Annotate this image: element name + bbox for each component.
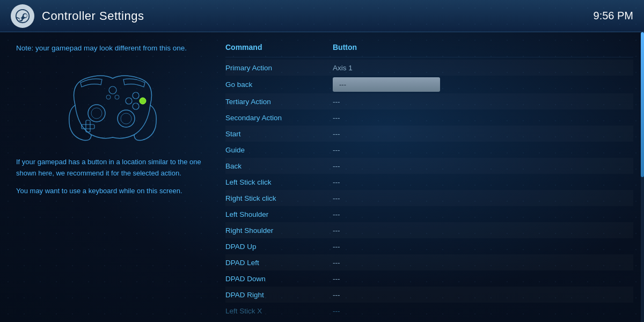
column-header-command: Command [225,43,333,52]
note-text: Note: your gamepad may look different fr… [16,43,209,54]
svg-point-3 [88,105,105,122]
row-command: Left Shoulder [225,210,333,218]
page-title: Controller Settings [42,9,144,23]
table-row[interactable]: DPAD Up --- [225,238,633,254]
row-command: Left Stick click [225,178,333,186]
row-command-go-back: Go back [225,80,333,89]
row-button: --- [333,226,633,235]
svg-point-10 [133,103,139,109]
svg-rect-7 [86,120,90,132]
right-panel: Command Button Primary Action Axis 1 Go … [225,32,644,322]
svg-point-13 [115,95,119,99]
row-command: DPAD Right [225,291,333,299]
svg-point-2 [19,18,21,20]
scrollbar-track[interactable] [641,32,644,322]
svg-point-11 [126,98,132,104]
row-button: --- [333,194,633,202]
svg-point-1 [24,14,27,17]
table-row[interactable]: DPAD Left --- [225,254,633,270]
row-command: Back [225,162,333,170]
table-row[interactable]: Start --- [225,126,633,142]
table-row-go-back[interactable]: Go back [225,76,633,93]
table-row[interactable]: Right Shoulder --- [225,222,633,238]
svg-point-15 [109,86,116,94]
steam-logo-icon [11,4,34,28]
table-row[interactable]: Left Stick click --- [225,174,633,190]
row-button: --- [333,130,633,138]
table-row[interactable]: Right Stick click --- [225,190,633,206]
row-button: --- [333,114,633,122]
svg-point-9 [133,92,139,99]
table-row-dim[interactable]: Left Stick X --- [225,303,633,313]
column-header-button: Button [333,43,633,52]
row-button: --- [333,291,633,299]
row-button: --- [333,98,633,106]
row-button: --- [333,146,633,154]
svg-point-5 [118,110,135,127]
row-command: Right Shoulder [225,226,333,235]
svg-point-4 [91,108,102,119]
info-text-1: If your gamepad has a button in a locati… [16,157,209,179]
row-command: Tertiary Action [225,98,333,106]
row-command: Left Stick X [225,307,333,314]
main-content: Note: your gamepad may look different fr… [0,32,644,322]
row-button: --- [333,162,633,170]
row-button: Axis 1 [333,64,633,72]
row-command: Primary Action [225,64,333,72]
table-row[interactable]: Secondary Action --- [225,109,633,126]
table-row[interactable]: DPAD Down --- [225,270,633,287]
row-command: DPAD Up [225,243,333,251]
table-row[interactable]: Guide --- [225,142,633,158]
go-back-input[interactable] [333,77,440,92]
row-command: Start [225,130,333,138]
row-button: --- [333,243,633,251]
svg-point-6 [121,113,131,124]
left-panel: Note: your gamepad may look different fr… [0,32,225,322]
row-button: --- [333,259,633,267]
header: Controller Settings 9:56 PM [0,0,644,32]
table-row[interactable]: Back --- [225,158,633,174]
row-command: Secondary Action [225,114,333,122]
row-command: Right Stick click [225,194,333,202]
table-row[interactable]: Tertiary Action --- [225,93,633,109]
row-command: DPAD Down [225,275,333,283]
row-button: --- [333,275,633,283]
table-row[interactable]: DPAD Right --- [225,287,633,303]
table-header: Command Button [225,41,633,57]
controller-image [48,62,177,148]
scrollbar-thumb[interactable] [641,32,644,177]
row-command: DPAD Left [225,259,333,267]
table-row[interactable]: Primary Action Axis 1 [225,60,633,76]
header-left: Controller Settings [11,4,144,28]
svg-point-12 [140,98,146,104]
info-text-2: You may want to use a keyboard while on … [16,186,209,197]
table-row[interactable]: Left Shoulder --- [225,206,633,222]
svg-point-14 [106,95,111,99]
row-command: Guide [225,146,333,154]
row-button: --- [333,178,633,186]
row-button: --- [333,210,633,218]
table-container: Command Button Primary Action Axis 1 Go … [225,41,644,313]
clock-display: 9:56 PM [594,10,633,22]
row-button: --- [333,307,633,314]
